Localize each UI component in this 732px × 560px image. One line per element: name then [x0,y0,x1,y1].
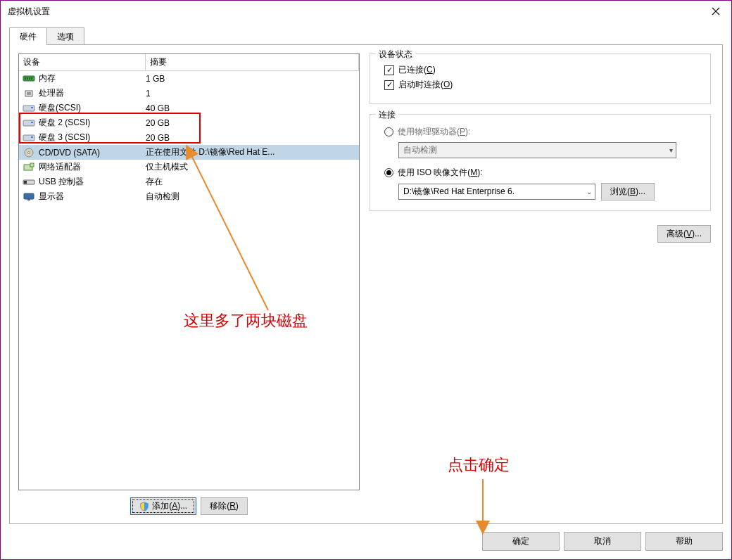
svg-rect-8 [31,107,33,108]
usb-icon [19,177,39,187]
device-list-header: 设备 摘要 [19,54,359,71]
radio-physical-label: 使用物理驱动器(P): [398,126,470,138]
device-row[interactable]: CD/DVD (SATA)正在使用文件 D:\镜像\Red Hat E... [19,145,359,160]
cd-icon [19,148,39,158]
chevron-down-icon: ⌄ [586,188,592,196]
svg-rect-3 [29,77,30,79]
advanced-button[interactable]: 高级(V)... [657,225,711,243]
status-group-title: 设备状态 [376,49,415,61]
disk-icon [19,118,39,128]
device-name: 硬盘 3 (SCSI) [39,132,146,144]
chk-connected-label: 已连接(C) [398,64,436,76]
connection-group-title: 连接 [376,109,398,121]
svg-rect-12 [31,136,33,138]
window-title: 虚拟机设置 [8,6,700,18]
radio-physical[interactable] [384,127,393,136]
cancel-button[interactable]: 取消 [564,532,641,551]
vm-settings-window: 虚拟机设置 硬件 选项 设备 摘要 内存1 GB处理器1硬盘(SCSI)40 G [0,0,732,560]
device-summary: 20 GB [146,118,359,128]
device-name: USB 控制器 [39,176,146,188]
nic-icon [19,163,39,172]
tab-options[interactable]: 选项 [46,27,84,45]
device-row[interactable]: 内存1 GB [19,71,359,86]
device-summary: 仅主机模式 [146,161,359,173]
device-row[interactable]: 处理器1 [19,86,359,101]
svg-rect-20 [27,199,30,201]
svg-point-14 [28,151,30,153]
radio-iso[interactable] [384,168,393,177]
memory-icon [19,74,39,84]
device-name: 硬盘(SCSI) [39,102,146,114]
svg-rect-10 [31,122,33,123]
right-pane: 设备状态 ✓ 已连接(C) ✓ 启动时连接(O) 连接 [370,53,714,515]
svg-rect-2 [27,77,28,79]
cpu-icon [19,89,39,98]
tab-hardware[interactable]: 硬件 [9,27,47,45]
ok-button[interactable]: 确定 [482,532,560,551]
device-name: 内存 [39,72,146,84]
device-name: 硬盘 2 (SCSI) [39,117,146,129]
footer-buttons: 确定 取消 帮助 [482,532,723,551]
disk-icon [19,133,39,143]
device-row[interactable]: 硬盘(SCSI)40 GB [19,101,359,115]
combo-iso-path[interactable]: D:\镜像\Red Hat Enterprise 6. ⌄ [398,184,595,200]
device-row[interactable]: 网络适配器仅主机模式 [19,160,359,174]
col-summary[interactable]: 摘要 [146,54,359,71]
chk-power-on-label: 启动时连接(O) [398,79,453,91]
remove-button[interactable]: 移除(R) [201,497,248,515]
left-pane: 设备 摘要 内存1 GB处理器1硬盘(SCSI)40 GB硬盘 2 (SCSI)… [18,53,360,515]
chk-connected[interactable]: ✓ [384,65,394,75]
status-group: 设备状态 ✓ 已连接(C) ✓ 启动时连接(O) [370,53,711,104]
close-button[interactable] [700,1,731,22]
device-name: 处理器 [39,87,146,99]
svg-rect-16 [30,163,34,167]
svg-rect-19 [24,193,34,199]
device-summary: 存在 [146,176,359,188]
titlebar: 虚拟机设置 [1,1,731,22]
add-remove-bar: 添加(A)... 移除(R) [18,497,360,515]
tabs: 硬件 选项 [9,27,723,45]
device-summary: 40 GB [146,103,359,113]
device-row[interactable]: 显示器自动检测 [19,189,359,204]
svg-rect-1 [25,77,26,79]
device-name: 网络适配器 [39,161,146,173]
tab-body: 设备 摘要 内存1 GB处理器1硬盘(SCSI)40 GB硬盘 2 (SCSI)… [9,44,723,524]
chevron-down-icon: ▾ [669,146,673,154]
svg-rect-4 [31,77,32,79]
device-summary: 20 GB [146,133,359,143]
content-area: 硬件 选项 设备 摘要 内存1 GB处理器1硬盘(SCSI)40 GB硬盘 2 … [9,27,723,551]
disk-icon [19,103,39,113]
device-summary: 1 [146,89,359,98]
svg-rect-18 [24,181,27,184]
combo-autodetect: 自动检测 ▾ [398,142,676,158]
svg-rect-6 [27,92,31,95]
device-summary: 正在使用文件 D:\镜像\Red Hat E... [146,146,359,158]
chk-power-on[interactable]: ✓ [384,80,394,90]
connection-group: 连接 使用物理驱动器(P): 自动检测 ▾ [370,114,711,211]
device-summary: 自动检测 [146,191,359,203]
device-row[interactable]: 硬盘 2 (SCSI)20 GB [19,115,359,130]
device-name: 显示器 [39,191,146,203]
device-row[interactable]: USB 控制器存在 [19,174,359,189]
browse-button[interactable]: 浏览(B)... [601,183,655,201]
shield-icon [139,502,149,511]
device-summary: 1 GB [146,74,359,84]
device-list: 设备 摘要 内存1 GB处理器1硬盘(SCSI)40 GB硬盘 2 (SCSI)… [18,53,360,490]
radio-iso-label: 使用 ISO 映像文件(M): [398,167,483,179]
help-button[interactable]: 帮助 [645,532,723,551]
col-device[interactable]: 设备 [19,54,146,71]
add-button[interactable]: 添加(A)... [130,497,196,515]
display-icon [19,192,39,202]
device-name: CD/DVD (SATA) [39,148,146,158]
device-row[interactable]: 硬盘 3 (SCSI)20 GB [19,130,359,145]
